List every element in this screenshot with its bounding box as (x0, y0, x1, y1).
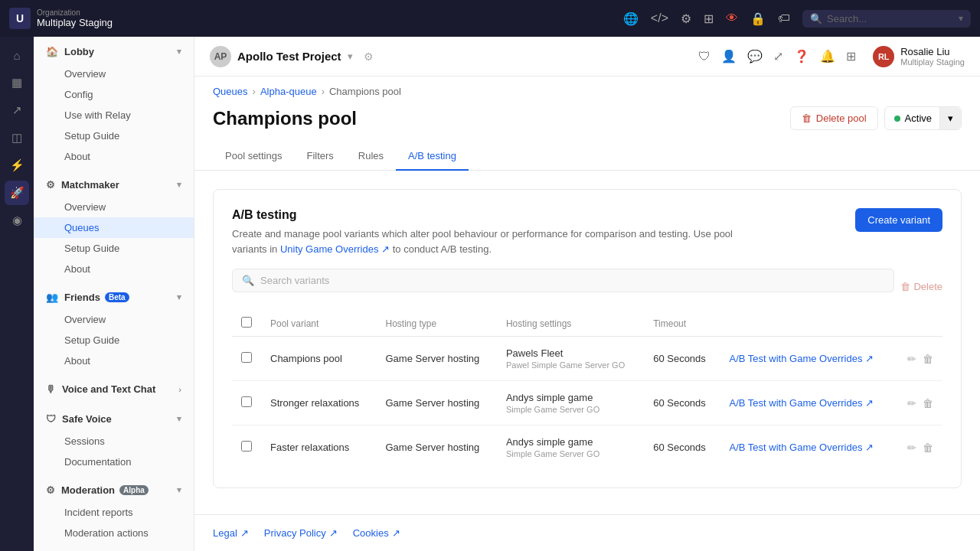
safe-voice-label: Safe Voice (62, 413, 112, 425)
nav-item-friends-setup[interactable]: Setup Guide (34, 330, 194, 350)
row3-pool-variant: Faster relaxations (261, 425, 376, 470)
row3-delete-icon[interactable]: 🗑 (923, 442, 933, 454)
row3-ab-link[interactable]: A/B Test with Game Overrides ↗ (730, 442, 886, 453)
tab-filters[interactable]: Filters (294, 142, 345, 171)
nav-item-lobby-relay[interactable]: Use with Relay (34, 105, 194, 126)
nav-section-voice-header[interactable]: 🎙 Voice and Text Chat › (34, 377, 194, 401)
grid-icon[interactable]: ⊞ (704, 11, 714, 26)
tab-ab-testing[interactable]: A/B testing (396, 142, 469, 171)
nav-item-mm-setup[interactable]: Setup Guide (34, 238, 194, 259)
sidebar-icon-chart[interactable]: ↗ (5, 98, 29, 122)
nav-item-queues[interactable]: Queues (34, 217, 194, 238)
nav-item-mm-overview[interactable]: Overview (34, 197, 194, 217)
project-header-left: AP Apollo Test Project ▾ ⚙ (210, 46, 374, 67)
safe-voice-icon: 🛡 (46, 413, 56, 425)
tab-rules[interactable]: Rules (346, 142, 396, 171)
row3-checkbox[interactable] (241, 441, 252, 452)
project-settings-icon[interactable]: ⚙ (364, 51, 374, 63)
sidebar-icon-layers[interactable]: ◫ (5, 126, 29, 150)
user-avatar[interactable]: RL (873, 46, 894, 67)
settings-icon[interactable]: ⚙ (681, 11, 691, 26)
message-icon[interactable]: 💬 (747, 49, 763, 64)
search-dropdown-icon[interactable]: ▾ (959, 13, 963, 24)
select-all-checkbox[interactable] (241, 317, 252, 328)
row1-edit-icon[interactable]: ✏ (907, 353, 916, 365)
footer-cookies-link[interactable]: Cookies ↗ (353, 527, 400, 539)
nav-item-mm-about[interactable]: About (34, 259, 194, 279)
sidebar-icon-rocket[interactable]: 🚀 (5, 181, 29, 205)
row1-ab-link[interactable]: A/B Test with Game Overrides ↗ (730, 353, 886, 364)
lobby-chevron: ▾ (177, 47, 181, 57)
nav-section-safe-voice-header[interactable]: 🛡 Safe Voice ▾ (34, 407, 194, 431)
nav-item-sessions[interactable]: Sessions (34, 431, 194, 452)
create-variant-button[interactable]: Create variant (855, 208, 942, 232)
tabs: Pool settings Filters Rules A/B testing (194, 142, 980, 171)
topbar-icons: 🌐 </> ⚙ ⊞ 👁 🔒 🏷 (623, 11, 790, 26)
row2-ab-link[interactable]: A/B Test with Game Overrides ↗ (730, 397, 886, 409)
row2-edit-icon[interactable]: ✏ (907, 397, 916, 409)
row1-delete-icon[interactable]: 🗑 (923, 353, 933, 365)
tag-icon[interactable]: 🏷 (778, 11, 790, 25)
col-hosting-type: Hosting type (376, 311, 496, 337)
nav-item-moderation-actions[interactable]: Moderation actions (34, 523, 194, 543)
nav-item-lobby-setup[interactable]: Setup Guide (34, 126, 194, 146)
nav-item-lobby-about[interactable]: About (34, 146, 194, 167)
trash-icon: 🗑 (802, 112, 812, 124)
moderation-icon: ⚙ (46, 484, 55, 496)
row2-timeout: 60 Seconds (644, 381, 720, 425)
footer-legal-link[interactable]: Legal ↗ (213, 527, 249, 539)
row2-hosting-settings: Andys simple game Simple Game Server GO (497, 381, 644, 425)
nav-section-matchmaker-header[interactable]: ⚙ Matchmaker ▾ (34, 173, 194, 197)
sidebar-icon-dashboard[interactable]: ▦ (5, 70, 29, 95)
row1-checkbox[interactable] (241, 352, 252, 363)
tab-pool-settings[interactable]: Pool settings (213, 142, 294, 171)
delete-selected-button[interactable]: 🗑 Delete (900, 281, 942, 292)
sidebar-icon-bolt[interactable]: ⚡ (5, 153, 29, 178)
nav-item-friends-overview[interactable]: Overview (34, 309, 194, 330)
nav-item-lobby-config[interactable]: Config (34, 84, 194, 105)
row3-edit-icon[interactable]: ✏ (907, 442, 916, 454)
row2-delete-icon[interactable]: 🗑 (923, 397, 933, 409)
nav-section-friends-header[interactable]: 👥 Friends Beta ▾ (34, 285, 194, 309)
nav-item-lobby-overview[interactable]: Overview (34, 64, 194, 84)
nav-item-incident-reports[interactable]: Incident reports (34, 502, 194, 523)
user-name: Rosalie Liu (900, 46, 965, 57)
code-icon[interactable]: </> (651, 11, 668, 25)
nav-section-matchmaker: ⚙ Matchmaker ▾ Overview Queues Setup Gui… (34, 170, 194, 282)
nav-item-friends-about[interactable]: About (34, 350, 194, 371)
search-box[interactable]: 🔍 ▾ (802, 10, 971, 28)
ab-header: A/B testing Create and manage pool varia… (232, 208, 942, 256)
globe-icon[interactable]: 🌐 (623, 11, 639, 26)
unity-game-overrides-link[interactable]: Unity Game Overrides ↗ (280, 243, 393, 255)
apps-icon[interactable]: ⊞ (846, 49, 856, 64)
sidebar-icon-gamepad[interactable]: ◉ (5, 208, 29, 233)
project-chevron-icon[interactable]: ▾ (348, 51, 353, 62)
search-variants-bar[interactable]: 🔍 (232, 269, 894, 292)
breadcrumb-alpha-queue[interactable]: Alpha-queue (260, 86, 317, 97)
help-icon[interactable]: ❓ (794, 49, 809, 64)
project-avatar: AP (210, 46, 231, 67)
status-active-badge[interactable]: Active ▾ (884, 106, 962, 130)
footer-privacy-link[interactable]: Privacy Policy ↗ (264, 527, 338, 539)
nav-section-lobby-header[interactable]: 🏠 Lobby ▾ (34, 40, 194, 64)
nav-section-moderation-header[interactable]: ⚙ Moderation Alpha ▾ (34, 478, 194, 502)
status-dropdown-icon[interactable]: ▾ (939, 107, 961, 129)
row3-actions: ✏ 🗑 (904, 442, 933, 454)
sidebar-icon-home[interactable]: ⌂ (5, 43, 29, 67)
breadcrumb-queues[interactable]: Queues (213, 86, 248, 97)
person-icon[interactable]: 👤 (721, 49, 737, 64)
app-logo[interactable]: U (9, 8, 31, 29)
search-input[interactable] (827, 13, 951, 24)
table-row: Faster relaxations Game Server hosting A… (232, 425, 942, 470)
safe-voice-chevron: ▾ (177, 414, 181, 424)
expand-icon[interactable]: ⤢ (773, 49, 783, 64)
row2-checkbox[interactable] (241, 396, 252, 407)
search-variants-input[interactable] (260, 275, 884, 286)
delete-pool-button[interactable]: 🗑 Delete pool (790, 106, 878, 130)
eye-icon[interactable]: 👁 (726, 11, 738, 25)
shield-icon[interactable]: 🛡 (698, 50, 710, 64)
nav-item-documentation[interactable]: Documentation (34, 452, 194, 472)
bell-icon[interactable]: 🔔 (820, 49, 835, 64)
project-header: AP Apollo Test Project ▾ ⚙ 🛡 👤 💬 ⤢ ❓ 🔔 ⊞… (194, 37, 980, 77)
lock-icon[interactable]: 🔒 (750, 11, 766, 26)
